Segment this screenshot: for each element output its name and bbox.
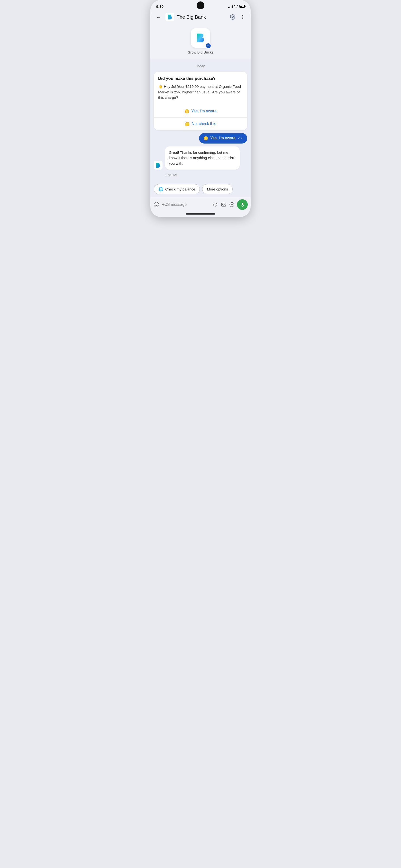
battery-icon — [240, 5, 245, 8]
yes-aware-label: Yes, I'm aware — [191, 109, 217, 113]
bot-message-text: Great! Thanks for confirming. Let me kno… — [169, 150, 234, 165]
more-options-label: More options — [207, 187, 228, 191]
add-button[interactable] — [229, 200, 235, 209]
svg-point-6 — [155, 204, 156, 204]
sent-message-bubble: 😊 Yes, I'm aware ✓✓ — [199, 133, 247, 144]
svg-point-2 — [242, 17, 243, 18]
card-title: Did you make this purchase? — [158, 76, 243, 81]
quick-replies-bar: 🌐 Check my balance More options — [150, 182, 251, 197]
date-label: Today — [154, 64, 247, 68]
svg-rect-8 — [221, 203, 226, 206]
no-check-button[interactable]: 🤔 No, check this — [158, 118, 243, 130]
camera-notch — [196, 1, 205, 9]
back-arrow-icon: ← — [156, 14, 161, 20]
svg-point-1 — [242, 15, 243, 16]
home-bar — [186, 213, 215, 215]
svg-point-5 — [154, 202, 159, 207]
verified-shield-icon[interactable] — [229, 13, 237, 21]
bank-logo-section: Grow Big Bucks — [150, 24, 251, 59]
image-button[interactable] — [220, 200, 227, 209]
back-button[interactable]: ← — [154, 13, 163, 22]
svg-point-3 — [242, 18, 243, 19]
no-check-label: No, check this — [192, 122, 216, 126]
message-timestamp: 10:23 AM — [165, 174, 247, 177]
home-indicator — [150, 212, 251, 217]
more-options-chip[interactable]: More options — [202, 184, 233, 194]
svg-point-7 — [157, 204, 157, 204]
signal-icon — [228, 5, 233, 8]
purchase-alert-card: Did you make this purchase? 👋 Hey Jo! Yo… — [154, 72, 247, 130]
bot-avatar — [154, 161, 162, 169]
double-check-icon: ✓✓ — [238, 136, 243, 140]
globe-icon: 🌐 — [158, 187, 163, 191]
input-bar — [150, 197, 251, 212]
sent-emoji-icon: 😊 — [204, 136, 208, 141]
svg-rect-11 — [242, 203, 243, 205]
chat-area: Today Did you make this purchase? 👋 Hey … — [150, 59, 251, 182]
bank-tagline: Grow Big Bucks — [188, 50, 214, 54]
message-input[interactable] — [161, 203, 210, 207]
bot-message-bubble: Great! Thanks for confirming. Let me kno… — [165, 147, 240, 170]
thinking-emoji-icon: 🤔 — [185, 122, 190, 126]
menu-button[interactable] — [239, 13, 247, 21]
wifi-icon — [234, 4, 238, 8]
card-body: 👋 Hey Jo! Your $219.99 payment at Organi… — [158, 84, 243, 100]
yes-aware-button[interactable]: 😊 Yes, I'm aware — [158, 105, 243, 118]
check-balance-label: Check my balance — [165, 187, 195, 191]
sent-message-row: 😊 Yes, I'm aware ✓✓ — [154, 133, 247, 144]
bot-message-row: Great! Thanks for confirming. Let me kno… — [154, 147, 247, 170]
check-balance-chip[interactable]: 🌐 Check my balance — [154, 184, 200, 194]
emoji-button[interactable] — [153, 200, 160, 209]
verified-badge — [205, 43, 211, 49]
yes-emoji-icon: 😊 — [184, 109, 189, 114]
status-time: 9:30 — [156, 4, 163, 8]
header-title: The Big Bank — [177, 14, 226, 20]
mic-button[interactable] — [237, 199, 248, 210]
refresh-button[interactable] — [212, 200, 218, 209]
status-icons — [228, 4, 245, 8]
bank-logo-container — [191, 28, 210, 48]
app-header: ← The Big Bank — [150, 11, 251, 24]
phone-container: 9:30 ← — [150, 0, 251, 217]
sent-message-text: Yes, I'm aware — [210, 136, 236, 141]
header-logo — [165, 13, 174, 22]
